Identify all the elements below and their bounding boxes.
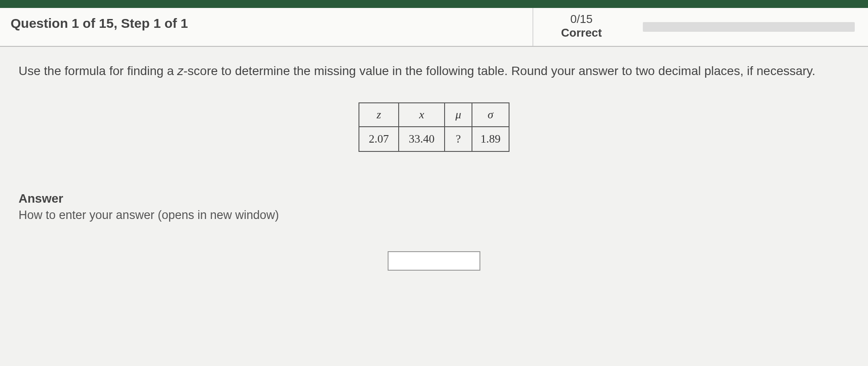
question-title: Question 1 of 15, Step 1 of 1 bbox=[0, 8, 532, 46]
table-wrap: z x μ σ 2.07 33.40 ? 1.89 bbox=[0, 84, 868, 161]
progress-bar bbox=[643, 22, 855, 32]
answer-help-link[interactable]: How to enter your answer (opens in new w… bbox=[19, 208, 279, 222]
col-header-x: x bbox=[399, 103, 445, 127]
input-wrap bbox=[0, 226, 868, 271]
cell-z: 2.07 bbox=[359, 127, 399, 151]
progress-area bbox=[630, 8, 868, 46]
z-table: z x μ σ 2.07 33.40 ? 1.89 bbox=[359, 102, 509, 152]
question-suffix: -score to determine the missing value in… bbox=[184, 64, 815, 78]
score-label: Correct bbox=[561, 26, 602, 40]
answer-input[interactable] bbox=[388, 251, 480, 271]
table-header-row: z x μ σ bbox=[359, 103, 509, 127]
answer-section: Answer How to enter your answer (opens i… bbox=[0, 161, 868, 226]
score-box: 0/15 Correct bbox=[532, 8, 630, 46]
answer-heading: Answer bbox=[19, 192, 856, 206]
top-strip bbox=[0, 0, 868, 8]
question-text: Use the formula for finding a z-score to… bbox=[0, 47, 868, 84]
col-header-mu: μ bbox=[445, 103, 472, 127]
cell-mu: ? bbox=[445, 127, 472, 151]
z-italic: z bbox=[177, 64, 184, 78]
question-prefix: Use the formula for finding a bbox=[19, 64, 177, 78]
cell-x: 33.40 bbox=[399, 127, 445, 151]
header-bar: Question 1 of 15, Step 1 of 1 0/15 Corre… bbox=[0, 8, 868, 47]
col-header-sigma: σ bbox=[472, 103, 509, 127]
table-row: 2.07 33.40 ? 1.89 bbox=[359, 127, 509, 151]
col-header-z: z bbox=[359, 103, 399, 127]
cell-sigma: 1.89 bbox=[472, 127, 509, 151]
score-value: 0/15 bbox=[570, 12, 593, 26]
